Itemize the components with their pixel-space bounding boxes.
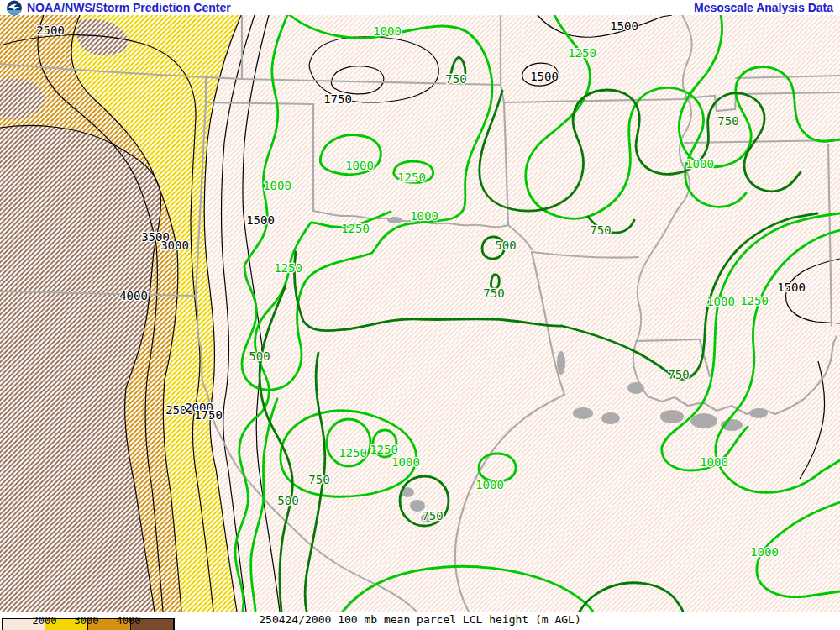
contour-label-500: 500 [495,239,516,252]
contour-label-750: 750 [590,223,611,237]
contour-label-1000: 1000 [475,478,504,491]
contour-label-750: 750 [308,473,329,486]
contour-label-4000: 4000 [119,289,148,302]
lake-4 [690,413,717,428]
contour-label-1250: 1250 [370,443,398,456]
lake-6 [749,408,768,418]
contour-label-500: 500 [277,494,298,507]
mesoanalysis-map: 1000125010001250100010001250125010001000… [0,0,840,630]
contour-label-1250: 1250 [397,171,426,184]
contour-label-750: 750 [483,286,504,300]
mesoscale-analysis-link[interactable]: Mesoscale Analysis Data [694,1,833,14]
contour-label-1000: 1000 [706,295,735,308]
contour-label-500: 500 [249,349,270,363]
contour-label-750: 750 [717,114,738,128]
contour-label-1250: 1250 [274,261,302,275]
contour-label-1000: 1000 [373,24,402,38]
contour-label-1000: 1000 [391,455,420,469]
lake-1 [601,412,620,424]
contour-label-1250: 1250 [740,294,769,307]
page-header: NOAA/NWS/Storm Prediction Center Mesosca… [0,0,840,15]
contour-label-1250: 1250 [341,222,370,235]
page-footer: 200030004000 250424/2000 100 mb mean par… [0,612,840,630]
contour-label-1500: 1500 [610,19,638,33]
map-caption: 250424/2000 100 mb mean parcel LCL heigh… [0,613,840,626]
contour-label-2500: 2500 [36,24,65,37]
spc-title-link[interactable]: NOAA/NWS/Storm Prediction Center [27,1,231,14]
noaa-logo-icon [6,0,24,16]
contour-label-1000: 1000 [263,179,291,192]
contour-label-1500: 1500 [777,281,806,294]
contour-label-1750: 1750 [323,92,352,106]
contour-label-750: 750 [422,509,443,522]
contour-label-1000: 1000 [685,157,714,171]
lake-2 [573,407,593,419]
contour-label-1000: 1000 [750,545,779,559]
lake-3 [660,410,684,423]
lake-11 [387,217,402,223]
lake-7 [557,351,565,375]
contour-label-1500: 1500 [246,213,275,227]
contour-label-1000: 1000 [410,209,438,223]
contour-label-750: 750 [668,368,689,381]
spc-mesoanalysis-page: 1000125010001250100010001250125010001000… [0,0,840,630]
contour-label-1750: 1750 [194,408,223,422]
contour-label-750: 750 [445,72,466,86]
contour-label-1250: 1250 [568,46,596,60]
contour-label-1500: 1500 [530,70,559,83]
contour-label-1250: 1250 [339,446,367,459]
contour-label-3000: 3000 [160,239,189,252]
contour-label-1000: 1000 [345,159,374,172]
lake-0 [627,382,644,394]
contour-label-1000: 1000 [700,455,728,469]
